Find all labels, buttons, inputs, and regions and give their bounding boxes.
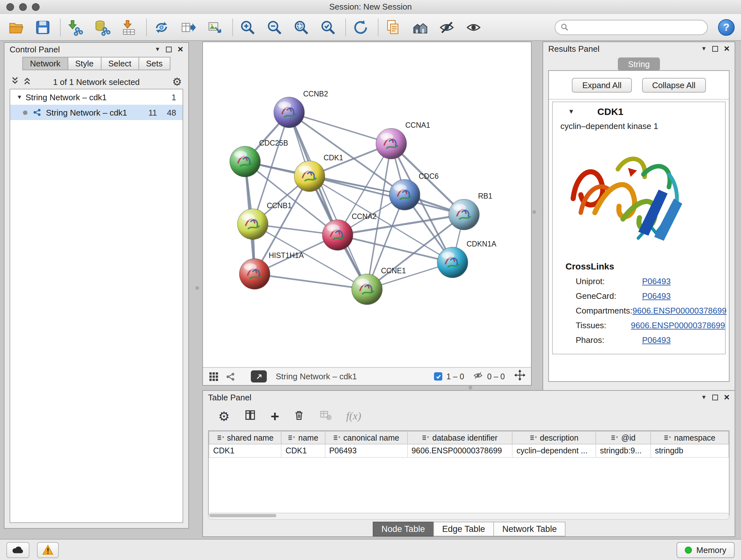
cloud-button[interactable]	[6, 542, 29, 558]
open-in-new-window-icon[interactable]	[251, 370, 267, 382]
network-edge[interactable]	[289, 112, 391, 144]
network-edge[interactable]	[255, 274, 367, 289]
table-cell[interactable]: cyclin–dependent ...	[513, 444, 596, 457]
network-node-HIST1H1A[interactable]	[239, 259, 270, 289]
export-table-icon[interactable]	[179, 17, 198, 37]
network-node-CDC25B[interactable]	[230, 146, 260, 177]
network-edge[interactable]	[289, 112, 367, 289]
network-node-CCNE1[interactable]	[352, 274, 382, 305]
crosslink-link[interactable]: P06493	[642, 276, 671, 286]
table-horizontal-scrollbar[interactable]	[208, 513, 730, 520]
network-graph[interactable]: CCNB2CCNA1CDC25BCDK1CDC6RB1CCNB1CCNA2CDK…	[203, 42, 531, 367]
home-icon[interactable]	[410, 17, 429, 37]
network-node-CCNA1[interactable]	[376, 128, 407, 159]
network-node-CCNA2[interactable]	[322, 220, 353, 250]
delete-column-icon[interactable]	[293, 409, 306, 424]
grid-view-icon[interactable]	[208, 371, 219, 382]
search-input[interactable]	[572, 22, 702, 33]
save-session-icon[interactable]	[33, 17, 52, 37]
hide-eye-slash-icon[interactable]	[437, 17, 456, 37]
crosslink-link[interactable]: P06493	[642, 335, 671, 345]
crosslink-link[interactable]: 9606.ENSP00000378699	[631, 320, 725, 330]
column-header-database-identifier[interactable]: database identifier	[407, 431, 512, 444]
network-row[interactable]: String Network – cdk1 11 48	[10, 105, 183, 120]
import-network-database-icon[interactable]	[92, 17, 112, 37]
memory-button[interactable]: Memory	[677, 542, 735, 558]
pan-crosshair-icon[interactable]	[514, 369, 526, 384]
hidden-eye-slash-icon[interactable]	[473, 370, 483, 383]
copy-documents-icon[interactable]	[384, 17, 403, 37]
help-button[interactable]: ?	[718, 19, 735, 36]
import-network-file-icon[interactable]	[66, 17, 85, 37]
collection-expander-icon[interactable]: ▼	[17, 94, 25, 100]
tab-network[interactable]: Network	[22, 57, 68, 70]
splitter-handle[interactable]	[532, 210, 536, 214]
import-table-icon[interactable]	[119, 17, 138, 37]
tab-edge-table[interactable]: Edge Table	[433, 522, 494, 537]
new-network-icon[interactable]	[152, 17, 171, 37]
splitter-handle[interactable]	[195, 286, 199, 290]
crosslink-link[interactable]: 9606.ENSP00000378699	[632, 306, 727, 315]
open-session-icon[interactable]	[6, 17, 25, 37]
tab-network-table[interactable]: Network Table	[493, 522, 566, 537]
export-image-icon[interactable]	[205, 17, 225, 37]
table-cell[interactable]: 9606.ENSP00000378699	[407, 444, 512, 457]
close-panel-icon[interactable]: ×	[724, 394, 730, 400]
network-node-RB1[interactable]	[449, 199, 479, 230]
create-column-icon[interactable]: +	[271, 411, 279, 422]
network-canvas[interactable]: CCNB2CCNA1CDC25BCDK1CDC6RB1CCNB1CCNA2CDK…	[203, 42, 531, 367]
column-header-canonical-name[interactable]: canonical name	[325, 431, 407, 444]
tab-select[interactable]: Select	[100, 57, 139, 70]
network-collection-row[interactable]: ▼ String Network – cdk1 1	[10, 89, 183, 105]
refresh-layout-icon[interactable]	[351, 17, 370, 37]
tab-string[interactable]: String	[618, 57, 660, 71]
network-options-gear-icon[interactable]: ⚙	[172, 75, 182, 88]
control-panel-title: Control Panel	[10, 44, 60, 54]
network-node-CDC6[interactable]	[389, 179, 420, 210]
expand-all-button[interactable]: Expand All	[572, 78, 632, 92]
collapse-panel-icon[interactable]: ▼	[155, 46, 160, 52]
tab-style[interactable]: Style	[67, 57, 101, 70]
search-box[interactable]	[555, 19, 708, 35]
float-panel-icon[interactable]	[712, 394, 718, 400]
table-cell[interactable]: CDK1	[209, 444, 281, 457]
show-columns-icon[interactable]	[244, 409, 257, 424]
column-header-id[interactable]: @id	[596, 431, 651, 444]
zoom-in-icon[interactable]	[238, 17, 257, 37]
zoom-fit-icon[interactable]	[292, 17, 311, 37]
table-row[interactable]: CDK1CDK1P064939606.ENSP00000378699cyclin…	[209, 444, 729, 457]
selected-checkbox-icon[interactable]	[434, 372, 443, 381]
network-node-CCNB2[interactable]	[274, 97, 305, 128]
close-panel-icon[interactable]: ×	[724, 45, 730, 52]
table-cell[interactable]: stringdb:9...	[596, 444, 651, 457]
scrollbar-thumb[interactable]	[209, 514, 276, 517]
network-share-icon[interactable]	[225, 371, 235, 381]
table-cell[interactable]: CDK1	[281, 444, 325, 457]
column-header-name[interactable]: name	[281, 431, 325, 444]
close-panel-icon[interactable]: ×	[178, 46, 183, 52]
collapse-panel-icon[interactable]: ▼	[701, 45, 707, 52]
network-node-CCNB1[interactable]	[238, 209, 268, 240]
float-panel-icon[interactable]	[166, 46, 172, 52]
tab-sets[interactable]: Sets	[138, 57, 170, 70]
warnings-button[interactable]	[37, 542, 59, 558]
table-cell[interactable]: stringdb	[651, 444, 729, 457]
network-node-CDK1[interactable]	[294, 161, 325, 192]
zoom-out-icon[interactable]	[265, 17, 284, 37]
table-cell[interactable]: P06493	[325, 444, 407, 457]
tab-node-table[interactable]: Node Table	[373, 522, 434, 537]
float-panel-icon[interactable]	[712, 46, 718, 51]
section-expander-icon[interactable]: ▼	[568, 108, 575, 115]
zoom-selected-icon[interactable]	[319, 17, 338, 37]
collapse-panel-icon[interactable]: ▼	[701, 394, 707, 400]
splitter-handle[interactable]	[468, 386, 472, 389]
column-header-namespace[interactable]: namespace	[651, 431, 729, 444]
column-header-shared-name[interactable]: shared name	[209, 431, 281, 444]
crosslink-link[interactable]: P06493	[642, 291, 671, 301]
show-eye-icon[interactable]	[464, 17, 483, 37]
collapse-all-button[interactable]: Collapse All	[642, 78, 706, 92]
column-header-description[interactable]: description	[513, 431, 596, 444]
table-settings-gear-icon[interactable]: ⚙	[218, 409, 230, 424]
crosslink-label: Pharos:	[553, 335, 642, 345]
network-node-CDKN1A[interactable]	[437, 247, 468, 278]
